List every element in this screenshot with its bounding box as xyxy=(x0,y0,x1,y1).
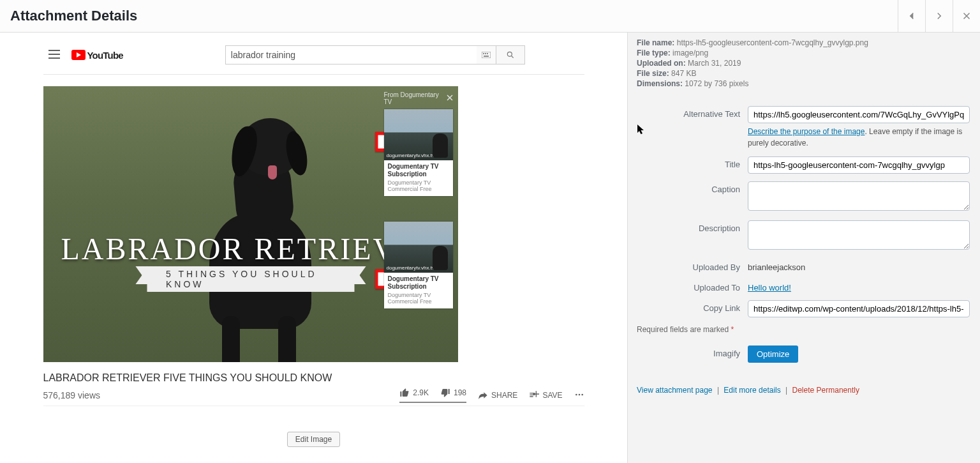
dimensions-label: Dimensions: xyxy=(637,79,683,88)
chevron-right-icon xyxy=(933,10,945,22)
more-horizontal-icon xyxy=(574,390,584,400)
alt-text-hint: Describe the purpose of the image. Leave… xyxy=(748,126,965,149)
video-side-overlay: From Dogumentary TV dogumentarytv.vhx.tv… xyxy=(379,86,458,362)
youtube-topbar: YouTube xyxy=(43,41,584,75)
svg-rect-4 xyxy=(483,53,484,54)
imagify-label: Imagify xyxy=(637,345,748,358)
keyboard-input-icon[interactable] xyxy=(477,45,496,65)
svg-rect-3 xyxy=(482,52,491,58)
modal-header-nav xyxy=(898,0,980,32)
keyboard-icon xyxy=(482,52,491,58)
uploaded-on-label: Uploaded on: xyxy=(637,59,686,68)
uploaded-by-value: brianleejackson xyxy=(748,259,970,272)
file-size-label: File size: xyxy=(637,69,669,78)
youtube-player-row: LABRADOR RETRIEVER 5 THINGS YOU SHOULD K… xyxy=(43,86,584,362)
youtube-logo-icon xyxy=(71,50,85,60)
search-icon xyxy=(506,50,515,59)
description-label: Description xyxy=(637,220,748,233)
share-label: SHARE xyxy=(491,391,517,400)
more-actions-button[interactable] xyxy=(574,390,584,402)
search-submit-button[interactable] xyxy=(496,45,525,65)
promo-card-sub: Dogumentary TV Commercial Free xyxy=(388,292,449,305)
dimensions-value: 1072 by 736 pixels xyxy=(685,79,748,88)
uploaded-to-link[interactable]: Hello world! xyxy=(748,283,791,292)
file-meta-block: File name: https-lh5-googleusercontent-c… xyxy=(628,38,970,88)
delete-permanently-link[interactable]: Delete Permanently xyxy=(792,386,859,395)
promo-card-url: dogumentarytv.vhx.tv xyxy=(387,153,434,158)
like-button[interactable]: 2.9K xyxy=(399,388,429,398)
attachment-preview-column: YouTube xyxy=(0,32,627,463)
view-attachment-page-link[interactable]: View attachment page xyxy=(637,386,713,395)
uploaded-to-label: Uploaded To xyxy=(637,280,748,292)
close-icon xyxy=(961,10,972,22)
save-button[interactable]: SAVE xyxy=(529,390,562,400)
promo-card-sub: Dogumentary TV Commercial Free xyxy=(388,179,449,192)
edit-image-button[interactable]: Edit Image xyxy=(287,432,340,447)
title-label: Title xyxy=(637,156,748,169)
promo-card-url: dogumentarytv.vhx.tv xyxy=(387,265,434,271)
youtube-logo[interactable]: YouTube xyxy=(71,50,123,61)
thumbs-down-icon xyxy=(440,388,450,398)
copy-link-input[interactable] xyxy=(748,300,970,317)
uploaded-by-label: Uploaded By xyxy=(637,259,748,272)
view-count: 576,189 views xyxy=(43,390,101,400)
share-icon xyxy=(478,390,488,400)
edit-more-details-link[interactable]: Edit more details xyxy=(724,386,780,395)
youtube-page-stage: YouTube xyxy=(43,32,584,463)
svg-rect-2 xyxy=(48,57,60,59)
file-type-label: File type: xyxy=(637,49,671,57)
side-overlay-close-button[interactable] xyxy=(447,95,453,102)
youtube-logo-text: YouTube xyxy=(87,50,123,61)
video-actions: 2.9K 198 SHARE xyxy=(399,388,584,403)
svg-rect-0 xyxy=(48,50,60,51)
close-modal-button[interactable] xyxy=(953,0,980,32)
promo-card[interactable]: dogumentarytv.vhx.tv Dogumentary TV Subs… xyxy=(384,222,453,308)
title-input[interactable] xyxy=(748,156,970,174)
dislike-button[interactable]: 198 xyxy=(440,388,466,398)
playlist-add-icon xyxy=(529,390,539,400)
thumbs-up-icon xyxy=(399,388,410,398)
caption-input[interactable] xyxy=(748,181,970,211)
alt-help-link[interactable]: Describe the purpose of the image xyxy=(748,127,865,136)
file-size-value: 847 KB xyxy=(671,69,696,78)
modal-title: Attachment Details xyxy=(0,8,137,24)
side-overlay-source: From Dogumentary TV xyxy=(384,91,447,105)
youtube-search xyxy=(225,45,525,65)
hamburger-menu-button[interactable] xyxy=(48,50,60,61)
svg-point-8 xyxy=(507,52,512,56)
hamburger-icon xyxy=(48,50,60,59)
share-button[interactable]: SHARE xyxy=(478,390,517,400)
video-overlay-subtitle: 5 THINGS YOU SHOULD KNOW xyxy=(147,266,354,292)
video-title: LABRADOR RETRIEVER FIVE THINGS YOU SHOUL… xyxy=(43,372,584,384)
promo-card[interactable]: dogumentarytv.vhx.tv Dogumentary TV Subs… xyxy=(384,109,453,196)
required-fields-note: Required fields are marked * xyxy=(628,325,970,334)
search-input[interactable] xyxy=(225,45,477,65)
description-input[interactable] xyxy=(748,220,970,250)
optimize-button[interactable]: Optimize xyxy=(748,345,798,363)
promo-card-title: Dogumentary TV Subscription xyxy=(388,275,449,291)
alt-text-input[interactable] xyxy=(748,106,970,123)
chevron-left-icon xyxy=(906,10,917,22)
alt-text-label: Alternative Text xyxy=(637,106,748,119)
file-name-value: https-lh5-googleusercontent-com-7wcgqlhy… xyxy=(677,38,868,47)
like-count: 2.9K xyxy=(413,388,429,397)
svg-point-10 xyxy=(578,393,580,395)
video-meta-block: LABRADOR RETRIEVER FIVE THINGS YOU SHOUL… xyxy=(43,362,584,406)
prev-attachment-button[interactable] xyxy=(898,0,925,32)
svg-rect-5 xyxy=(485,53,486,54)
save-label: SAVE xyxy=(542,391,562,400)
caption-label: Caption xyxy=(637,181,748,194)
dislike-count: 198 xyxy=(454,388,466,397)
attachment-settings-column: File name: https-lh5-googleusercontent-c… xyxy=(627,32,980,463)
attachment-form: Alternative Text Describe the purpose of… xyxy=(628,106,970,317)
close-icon xyxy=(447,95,453,101)
svg-rect-6 xyxy=(487,53,488,54)
next-attachment-button[interactable] xyxy=(925,0,953,32)
svg-rect-7 xyxy=(484,56,489,57)
uploaded-on-value: March 31, 2019 xyxy=(688,59,741,68)
file-type-value: image/png xyxy=(672,49,708,57)
svg-point-9 xyxy=(575,393,577,395)
attachment-footer-links: View attachment page | Edit more details… xyxy=(628,386,970,395)
promo-card-image: dogumentarytv.vhx.tv xyxy=(384,222,453,273)
svg-point-11 xyxy=(581,393,583,395)
